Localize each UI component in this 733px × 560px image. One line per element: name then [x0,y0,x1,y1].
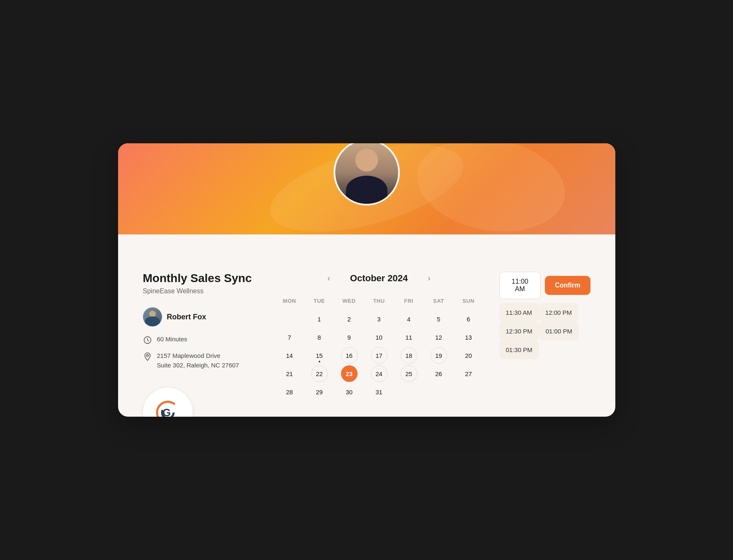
day-cell[interactable]: 7 [281,329,298,345]
day-cell[interactable]: 22 [311,365,328,382]
day-header: SUN [455,294,483,309]
time-panel: 11:00 AM Confirm 11:30 AM12:00 PM12:30 P… [499,272,590,400]
clock-icon [143,336,152,345]
day-cell[interactable]: 14 [281,347,298,364]
day-cell[interactable]: 29 [311,384,328,400]
day-cell [431,384,447,400]
duration-row: 60 Minutes [143,335,259,345]
address-row: 2157 Maplewood Drive Suite 302, Raleigh,… [143,351,259,370]
person-photo [335,143,398,205]
location-icon [143,352,152,361]
svg-text:G: G [162,406,171,417]
day-cell[interactable]: 25 [401,365,417,382]
avatar [334,143,400,205]
day-cell [281,311,298,327]
day-cell[interactable]: 13 [460,329,477,345]
time-slot-button[interactable]: 01:30 PM [499,340,539,359]
day-cell[interactable]: 8 [311,329,328,345]
month-title: October 2024 [350,273,408,284]
day-cell[interactable]: 10 [371,329,387,345]
day-cell[interactable]: 15 [311,347,328,364]
day-cell[interactable]: 1 [311,311,328,327]
organizer-avatar [143,307,162,326]
next-month-button[interactable]: › [424,272,434,285]
day-cell[interactable]: 23 [341,365,358,382]
time-slots-container: 11:30 AM12:00 PM12:30 PM01:00 PM01:30 PM [499,303,590,359]
organizer-name: Robert Fox [167,313,206,321]
day-cell[interactable]: 18 [401,347,417,364]
confirm-button[interactable]: Confirm [545,276,590,295]
day-cell[interactable]: 4 [401,311,417,327]
day-cell[interactable]: 12 [431,329,447,345]
selected-time-display: 11:00 AM [499,272,541,299]
day-cell[interactable]: 3 [371,311,387,327]
selected-time-row: 11:00 AM Confirm [499,272,590,299]
day-cell[interactable]: 16 [341,347,358,364]
time-slot-button[interactable]: 11:30 AM [499,303,539,322]
time-slot-button[interactable]: 01:00 PM [539,322,579,340]
day-header: MON [276,294,304,309]
day-cell[interactable]: 28 [281,384,298,400]
calendar-header: ‹ October 2024 › [276,272,483,285]
organizer-row: Robert Fox [143,307,259,326]
header-banner [118,143,615,234]
content-area: Monthly Sales Sync SpineEase Wellness Ro… [118,259,615,417]
time-slot-button[interactable]: 12:30 PM [499,322,539,340]
day-cell[interactable]: 31 [371,384,387,400]
day-cell [460,384,477,400]
logo-svg: G [153,398,182,417]
day-cell[interactable]: 17 [371,347,387,364]
day-cell[interactable]: 19 [431,347,447,364]
duration-text: 60 Minutes [157,335,187,344]
booking-card: G Monthly Sales Sync SpineEase Wellness … [118,143,615,417]
day-cell[interactable]: 26 [431,365,447,382]
day-cell[interactable]: 9 [341,329,358,345]
day-cell[interactable]: 11 [401,329,417,345]
day-cell[interactable]: 2 [341,311,358,327]
day-cell[interactable]: 30 [341,384,358,400]
day-header: THU [365,294,393,309]
calendar-panel: ‹ October 2024 › MONTUEWEDTHUFRISATSUN12… [276,272,483,400]
address-text: 2157 Maplewood Drive Suite 302, Raleigh,… [157,351,239,370]
day-cell[interactable]: 27 [460,365,477,382]
day-cell [401,384,417,400]
svg-point-4 [146,355,148,357]
meeting-title: Monthly Sales Sync [143,272,259,285]
day-header: FRI [395,294,423,309]
day-cell[interactable]: 24 [371,365,387,382]
prev-month-button[interactable]: ‹ [324,272,334,285]
day-cell[interactable]: 5 [431,311,447,327]
calendar-grid: MONTUEWEDTHUFRISATSUN1234567891011121314… [276,294,483,400]
day-header: TUE [305,294,334,309]
day-cell[interactable]: 21 [281,365,298,382]
day-header: WED [335,294,363,309]
day-header: SAT [425,294,453,309]
day-cell[interactable]: 6 [460,311,477,327]
time-slot-button[interactable]: 12:00 PM [539,303,578,322]
left-panel: Monthly Sales Sync SpineEase Wellness Ro… [143,272,259,400]
company-name: SpineEase Wellness [143,287,259,295]
day-cell[interactable]: 20 [460,347,477,364]
